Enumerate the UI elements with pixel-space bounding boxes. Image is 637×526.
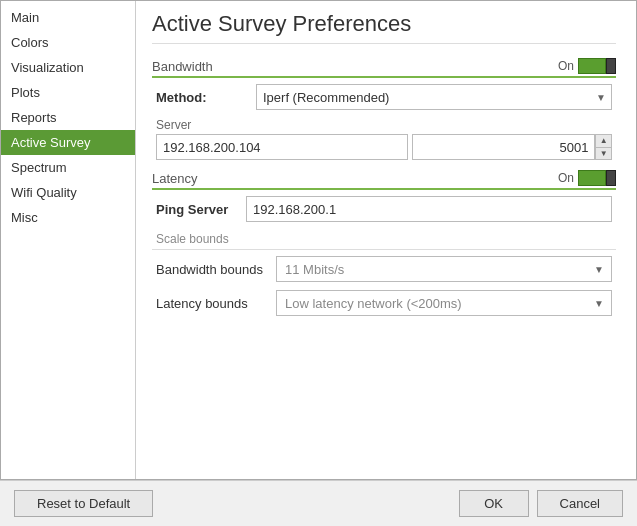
- sidebar-item-misc[interactable]: Misc: [1, 205, 135, 230]
- ok-button[interactable]: OK: [459, 490, 529, 517]
- bandwidth-bounds-label: Bandwidth bounds: [156, 262, 276, 277]
- port-spinner: ▲ ▼: [595, 134, 612, 160]
- bandwidth-bounds-select[interactable]: 11 Mbits/s: [276, 256, 612, 282]
- toggle-green-part: [578, 58, 606, 74]
- content-area: Active Survey Preferences Bandwidth On M…: [136, 1, 636, 479]
- bandwidth-title: Bandwidth: [152, 59, 558, 74]
- bandwidth-toggle[interactable]: [578, 58, 616, 74]
- footer-right: OK Cancel: [459, 490, 623, 517]
- ping-server-label: Ping Server: [156, 202, 246, 217]
- bandwidth-bounds-select-wrapper: 11 Mbits/s: [276, 256, 612, 282]
- method-label: Method:: [156, 90, 256, 105]
- sidebar-item-visualization[interactable]: Visualization: [1, 55, 135, 80]
- sidebar-item-reports[interactable]: Reports: [1, 105, 135, 130]
- toggle-dark-part: [606, 58, 616, 74]
- sidebar-item-active-survey[interactable]: Active Survey: [1, 130, 135, 155]
- latency-bounds-select-wrapper: Low latency network (<200ms): [276, 290, 612, 316]
- method-select[interactable]: Iperf (Recommended): [256, 84, 612, 110]
- latency-toggle-green: [578, 170, 606, 186]
- bandwidth-on-label: On: [558, 59, 574, 73]
- sidebar-item-colors[interactable]: Colors: [1, 30, 135, 55]
- ping-server-row: Ping Server: [152, 196, 616, 222]
- footer: Reset to Default OK Cancel: [0, 480, 637, 526]
- latency-bounds-select[interactable]: Low latency network (<200ms): [276, 290, 612, 316]
- scale-bounds-title: Scale bounds: [152, 232, 616, 250]
- server-label: Server: [152, 118, 616, 132]
- method-row: Method: Iperf (Recommended): [152, 84, 616, 110]
- method-select-wrapper: Iperf (Recommended): [256, 84, 612, 110]
- server-input-group: ▲ ▼: [152, 134, 616, 160]
- server-ip-input[interactable]: [156, 134, 408, 160]
- latency-title: Latency: [152, 171, 558, 186]
- page-title: Active Survey Preferences: [152, 11, 616, 44]
- main-container: Main Colors Visualization Plots Reports …: [0, 0, 637, 480]
- sidebar-item-plots[interactable]: Plots: [1, 80, 135, 105]
- bandwidth-section-header: Bandwidth On: [152, 58, 616, 78]
- latency-on-label: On: [558, 171, 574, 185]
- port-field-group: ▲ ▼: [412, 134, 612, 160]
- sidebar-item-spectrum[interactable]: Spectrum: [1, 155, 135, 180]
- port-input[interactable]: [412, 134, 595, 160]
- port-spin-down[interactable]: ▼: [596, 148, 611, 160]
- latency-toggle[interactable]: [578, 170, 616, 186]
- latency-bounds-row: Latency bounds Low latency network (<200…: [152, 290, 616, 316]
- ping-server-input[interactable]: [246, 196, 612, 222]
- sidebar-item-wifi-quality[interactable]: Wifi Quality: [1, 180, 135, 205]
- sidebar-item-main[interactable]: Main: [1, 5, 135, 30]
- port-spin-up[interactable]: ▲: [596, 135, 611, 148]
- reset-default-button[interactable]: Reset to Default: [14, 490, 153, 517]
- sidebar: Main Colors Visualization Plots Reports …: [1, 1, 136, 479]
- latency-section-header: Latency On: [152, 170, 616, 190]
- bandwidth-bounds-row: Bandwidth bounds 11 Mbits/s: [152, 256, 616, 282]
- cancel-button[interactable]: Cancel: [537, 490, 623, 517]
- latency-bounds-label: Latency bounds: [156, 296, 276, 311]
- latency-toggle-dark: [606, 170, 616, 186]
